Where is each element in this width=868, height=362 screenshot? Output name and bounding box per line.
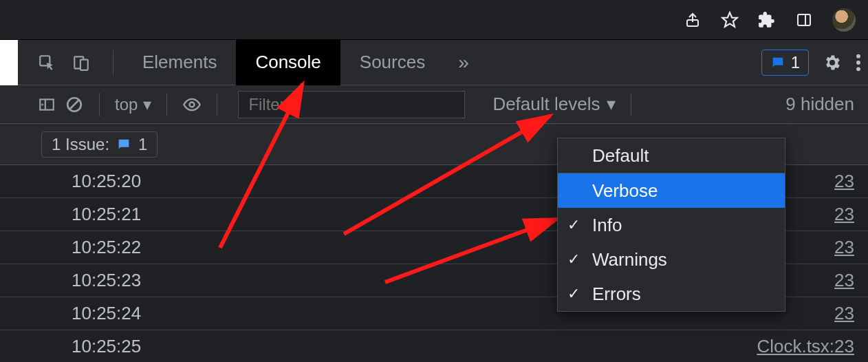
- separator: [631, 93, 631, 116]
- level-option-info[interactable]: ✓ Info: [558, 208, 785, 242]
- issues-count: 1: [791, 53, 800, 72]
- tab-console[interactable]: Console: [236, 40, 340, 85]
- page-content-sliver: [0, 40, 18, 85]
- level-option-default[interactable]: Default: [558, 138, 785, 173]
- bookmark-star-icon[interactable]: [721, 11, 739, 29]
- profile-avatar[interactable]: [832, 8, 856, 32]
- message-text: 10:25:20: [72, 171, 141, 192]
- issue-label: 1 Issue:: [52, 135, 109, 154]
- log-levels-dropdown[interactable]: Default levels ▾: [492, 94, 616, 115]
- panel-icon[interactable]: [795, 11, 813, 29]
- level-label: Warnings: [592, 249, 667, 270]
- svg-point-7: [856, 54, 860, 58]
- message-source-link[interactable]: 23: [834, 270, 854, 291]
- separator: [166, 93, 167, 116]
- svg-marker-1: [722, 12, 737, 27]
- svg-point-15: [190, 102, 195, 107]
- separator: [113, 50, 113, 75]
- message-source-link[interactable]: 23: [834, 171, 854, 192]
- log-levels-menu: Default Verbose ✓ Info ✓ Warnings ✓ Erro…: [557, 138, 785, 312]
- console-toolbar: top ▾ Default levels ▾ 9 hidden: [0, 85, 868, 124]
- level-label: Errors: [592, 284, 641, 305]
- console-message-row[interactable]: 10:25:25 Clock.tsx:23: [0, 330, 868, 362]
- tab-sources[interactable]: Sources: [340, 40, 444, 85]
- message-text: 10:25:23: [72, 270, 141, 291]
- message-text: 10:25:25: [72, 336, 141, 357]
- message-text: 10:25:22: [72, 237, 141, 258]
- level-label: Default: [592, 145, 649, 167]
- svg-marker-12: [41, 103, 43, 105]
- devtools-tab-bar: Elements Console Sources » 1: [0, 40, 868, 85]
- separator: [99, 93, 100, 116]
- hidden-messages-count[interactable]: 9 hidden: [785, 94, 868, 115]
- context-label: top: [115, 95, 138, 114]
- svg-point-9: [856, 67, 860, 71]
- extensions-icon[interactable]: [758, 11, 776, 29]
- issue-chip[interactable]: 1 Issue: 1: [41, 131, 158, 158]
- level-label: Info: [592, 215, 622, 236]
- share-icon[interactable]: [684, 11, 702, 29]
- check-icon: ✓: [567, 251, 580, 268]
- tab-elements[interactable]: Elements: [123, 40, 236, 85]
- level-option-warnings[interactable]: ✓ Warnings: [558, 242, 785, 277]
- chat-icon: [770, 55, 785, 70]
- execution-context-dropdown[interactable]: top ▾: [115, 95, 151, 114]
- level-option-errors[interactable]: ✓ Errors: [558, 277, 785, 311]
- issue-count: 1: [138, 135, 147, 154]
- kebab-menu-icon[interactable]: [856, 53, 861, 72]
- message-source-link[interactable]: 23: [834, 303, 854, 324]
- settings-gear-icon[interactable]: [823, 53, 842, 72]
- live-expression-eye-icon[interactable]: [182, 95, 202, 114]
- svg-line-14: [70, 100, 79, 109]
- clear-console-icon[interactable]: [65, 95, 84, 114]
- check-icon: ✓: [567, 216, 580, 234]
- issues-badge[interactable]: 1: [761, 50, 809, 76]
- device-toolbar-icon[interactable]: [72, 53, 91, 72]
- message-source-link[interactable]: Clock.tsx:23: [757, 336, 854, 357]
- message-text: 10:25:21: [72, 204, 141, 225]
- separator: [217, 93, 217, 116]
- message-source-link[interactable]: 23: [834, 204, 854, 225]
- level-label: Verbose: [592, 180, 658, 202]
- svg-rect-6: [80, 59, 88, 70]
- svg-rect-2: [798, 14, 810, 25]
- chat-icon: [116, 137, 131, 152]
- console-sidebar-toggle-icon[interactable]: [37, 95, 56, 114]
- level-option-verbose[interactable]: Verbose: [558, 173, 785, 208]
- caret-down-icon: ▾: [607, 94, 616, 115]
- inspect-element-icon[interactable]: [37, 53, 56, 72]
- message-source-link[interactable]: 23: [834, 237, 854, 258]
- caret-down-icon: ▾: [143, 95, 151, 114]
- svg-point-8: [856, 61, 860, 65]
- message-text: 10:25:24: [72, 303, 141, 324]
- browser-toolbar: [0, 0, 868, 40]
- levels-label: Default levels: [492, 94, 600, 115]
- check-icon: ✓: [567, 285, 580, 303]
- filter-input[interactable]: [238, 91, 465, 118]
- more-tabs-icon[interactable]: »: [444, 52, 483, 74]
